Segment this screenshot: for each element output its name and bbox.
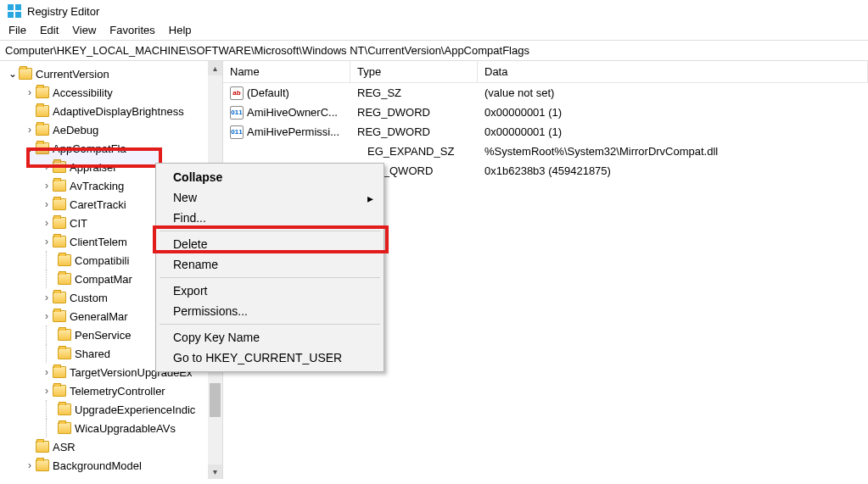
chevron-right-icon[interactable]: ›: [41, 311, 53, 321]
menu-favorites[interactable]: Favorites: [109, 24, 154, 36]
folder-icon: [58, 422, 71, 434]
menu-rename[interactable]: Rename: [158, 254, 382, 275]
folder-icon: [58, 403, 71, 415]
chevron-right-icon[interactable]: ›: [24, 460, 36, 470]
menu-new[interactable]: New ▸: [158, 187, 382, 208]
folder-icon: [53, 180, 66, 192]
svg-rect-1: [15, 4, 21, 10]
chevron-right-icon[interactable]: ›: [41, 236, 53, 247]
menu-bar: File Edit View Favorites Help: [0, 22, 868, 40]
folder-icon: [53, 385, 66, 397]
tree-item[interactable]: › TelemetryController: [0, 381, 222, 400]
col-type[interactable]: Type: [350, 61, 478, 82]
scroll-thumb[interactable]: [210, 383, 221, 417]
tree-item[interactable]: UpgradeExperienceIndic: [0, 400, 222, 419]
tree-item[interactable]: › AdaptiveDisplayBrightness: [0, 102, 222, 120]
col-data[interactable]: Data: [478, 61, 868, 82]
menu-copy-key-name[interactable]: Copy Key Name: [158, 327, 382, 348]
app-icon: [7, 3, 22, 19]
binary-value-icon: 011: [230, 125, 244, 139]
list-header: Name Type Data: [223, 61, 868, 83]
menu-permissions[interactable]: Permissions...: [158, 301, 382, 321]
menu-collapse[interactable]: Collapse: [158, 167, 382, 187]
col-name[interactable]: Name: [223, 61, 350, 82]
chevron-down-icon[interactable]: ⌄: [24, 143, 36, 153]
tree-item[interactable]: WicaUpgradableAVs: [0, 419, 222, 437]
folder-icon: [36, 459, 49, 471]
folder-icon: [36, 142, 49, 154]
separator: [160, 324, 380, 325]
folder-icon: [36, 86, 49, 98]
folder-icon: [58, 254, 71, 266]
menu-help[interactable]: Help: [169, 24, 192, 36]
chevron-right-icon[interactable]: ›: [41, 386, 53, 396]
folder-icon: [58, 329, 71, 341]
chevron-right-icon[interactable]: ›: [41, 181, 53, 191]
chevron-right-icon[interactable]: ›: [41, 162, 53, 172]
tree-item[interactable]: › AeDebug: [0, 120, 222, 139]
menu-edit[interactable]: Edit: [40, 24, 59, 36]
chevron-right-icon[interactable]: ›: [41, 199, 53, 209]
folder-icon: [53, 198, 66, 210]
folder-icon: [19, 68, 32, 80]
chevron-right-icon[interactable]: ›: [24, 125, 36, 135]
value-row[interactable]: ab(Default) REG_SZ (value not set): [223, 83, 868, 103]
value-row[interactable]: 011AmiHivePermissi... REG_DWORD 0x000000…: [223, 122, 868, 142]
folder-icon: [36, 124, 49, 136]
menu-delete[interactable]: Delete: [158, 234, 382, 254]
menu-goto-hkcu[interactable]: Go to HKEY_CURRENT_USER: [158, 348, 382, 368]
tree-item-appcompatflags[interactable]: ⌄ AppCompatFla: [0, 139, 222, 158]
chevron-down-icon[interactable]: ⌄: [7, 69, 19, 79]
folder-icon: [58, 348, 71, 359]
window-title: Registry Editor: [27, 5, 99, 18]
folder-icon: [53, 236, 66, 248]
address-bar[interactable]: Computer\HKEY_LOCAL_MACHINE\SOFTWARE\Mic…: [0, 40, 868, 61]
separator: [160, 231, 380, 231]
menu-export[interactable]: Export: [158, 281, 382, 301]
folder-icon: [58, 273, 71, 285]
scroll-up-icon[interactable]: ▴: [208, 61, 222, 75]
folder-icon: [53, 366, 66, 378]
menu-file[interactable]: File: [8, 24, 26, 36]
chevron-right-icon[interactable]: ›: [41, 367, 53, 377]
menu-find[interactable]: Find...: [158, 208, 382, 228]
scroll-down-icon[interactable]: ▾: [208, 465, 222, 479]
svg-rect-2: [8, 12, 14, 18]
binary-value-icon: 011: [230, 106, 244, 120]
chevron-right-icon: ▸: [367, 192, 373, 205]
chevron-right-icon[interactable]: ›: [41, 292, 53, 303]
context-menu: Collapse New ▸ Find... Delete Rename Exp…: [155, 163, 384, 372]
separator: [160, 277, 380, 278]
value-row[interactable]: EG_EXPAND_SZ %SystemRoot%\System32\Mirro…: [223, 142, 868, 161]
svg-rect-0: [8, 4, 14, 10]
chevron-right-icon[interactable]: ›: [24, 87, 36, 97]
string-value-icon: ab: [230, 86, 244, 100]
folder-icon: [53, 310, 66, 322]
tree-item[interactable]: › BackgroundModel: [0, 456, 222, 475]
chevron-right-icon[interactable]: ›: [41, 218, 53, 228]
tree-item[interactable]: › Accessibility: [0, 83, 222, 102]
tree-item[interactable]: › ASR: [0, 437, 222, 456]
folder-icon: [53, 161, 66, 173]
folder-icon: [36, 105, 49, 117]
folder-icon: [36, 441, 49, 453]
svg-rect-3: [15, 12, 21, 18]
title-bar: Registry Editor: [0, 0, 868, 22]
folder-icon: [53, 292, 66, 303]
folder-icon: [53, 217, 66, 229]
value-row[interactable]: 011AmiHiveOwnerC... REG_DWORD 0x00000001…: [223, 103, 868, 122]
menu-view[interactable]: View: [72, 24, 96, 36]
tree-item-currentversion[interactable]: ⌄ CurrentVersion: [0, 64, 222, 83]
